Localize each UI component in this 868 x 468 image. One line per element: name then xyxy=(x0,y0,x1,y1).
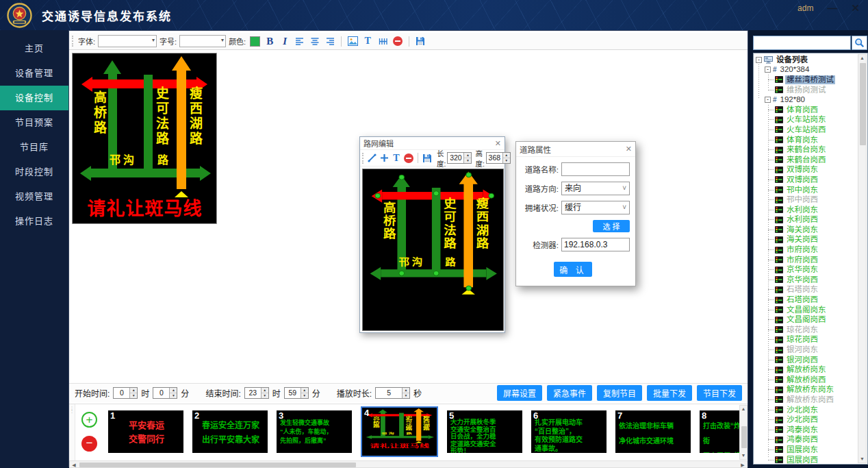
minimize-icon[interactable]: — xyxy=(827,2,837,14)
end-hour-stepper[interactable]: 23▲▼ xyxy=(244,387,269,399)
control-point-dot[interactable] xyxy=(374,193,381,198)
tree-device[interactable]: 邗中岗东 xyxy=(754,185,867,195)
tree-device[interactable]: 沙北岗东 xyxy=(754,405,867,415)
program-thumbnail-5[interactable]: 5大力开展秋冬季交通安全整治百日会战，全力稳定道路交通安全形势！ xyxy=(447,410,522,453)
length-stepper[interactable]: 320▲▼ xyxy=(447,152,472,164)
strip-splitter[interactable]: ⋮⋮ xyxy=(69,404,75,462)
scrollbar-thumb[interactable] xyxy=(741,426,747,448)
tree-device[interactable]: 琼花岗东 xyxy=(754,325,867,335)
end-minute-stepper[interactable]: 59▲▼ xyxy=(284,387,309,399)
control-point-dot[interactable] xyxy=(433,270,439,275)
control-point-dot[interactable] xyxy=(465,285,472,291)
control-point-dot[interactable] xyxy=(398,174,405,180)
search-button[interactable] xyxy=(852,36,867,50)
duration-stepper[interactable]: 5▲▼ xyxy=(375,387,410,399)
text-tool-button[interactable]: T xyxy=(361,35,374,47)
scrollbar-thumb[interactable] xyxy=(79,463,356,467)
tree-device[interactable]: 解放桥岗西 xyxy=(754,375,867,385)
sidebar-item-program-plan[interactable]: 节目预案 xyxy=(0,110,68,135)
tree-device[interactable]: 京华岗东 xyxy=(754,264,867,275)
sidebar-item-program-library[interactable]: 节目库 xyxy=(0,135,68,160)
delete-button[interactable] xyxy=(403,153,414,164)
tree-device[interactable]: 石塔岗东 xyxy=(754,285,867,295)
close-icon[interactable]: ✕ xyxy=(495,139,501,148)
remove-program-button[interactable]: − xyxy=(81,436,97,452)
tree-device[interactable]: 鸿泰岗西 xyxy=(754,435,867,445)
tree-device[interactable]: 银河岗东 xyxy=(754,345,867,355)
tree-device[interactable]: 石塔岗西 xyxy=(754,295,867,305)
select-detector-button[interactable]: 选 择 xyxy=(593,220,630,232)
screen-preview[interactable]: 高桥路史可法路瘦西湖路邗沟路请礼让斑马线 xyxy=(72,53,217,224)
tree-device[interactable]: 解放桥岗东 xyxy=(754,365,867,375)
detector-input[interactable] xyxy=(561,238,630,251)
start-hour-stepper[interactable]: 0▲▼ xyxy=(113,387,138,399)
program-thumbnail-8[interactable]: 8打击改装“炸街严查严惩“机车 xyxy=(700,410,741,453)
sidebar-item-video-management[interactable]: 视频管理 xyxy=(0,184,68,209)
tree-device[interactable]: 体育岗西 xyxy=(754,105,867,115)
expand-collapse-icon[interactable]: - xyxy=(765,66,771,73)
font-select[interactable] xyxy=(98,35,157,47)
batch-send-button[interactable]: 批量下发 xyxy=(647,385,692,401)
tree-device[interactable]: 海关岗东 xyxy=(754,225,867,235)
scrollbar-thumb[interactable] xyxy=(860,63,866,145)
tree-device[interactable]: 鸿泰岗东 xyxy=(754,425,867,435)
font-size-select[interactable] xyxy=(179,35,226,47)
image-button[interactable] xyxy=(346,35,359,47)
copy-program-button[interactable]: 复制节目 xyxy=(597,385,642,401)
expand-collapse-icon[interactable]: - xyxy=(765,97,771,103)
current-user[interactable]: adm xyxy=(797,3,813,13)
tree-device[interactable]: 国展岗西 xyxy=(754,455,867,465)
sidebar-item-time-control[interactable]: 时段控制 xyxy=(0,160,68,184)
tree-device[interactable]: 京华岗西 xyxy=(754,275,867,285)
tree-device[interactable]: 海关岗西 xyxy=(754,235,867,245)
program-thumbnail-2[interactable]: 2春运安全连万家出行平安靠大家 xyxy=(192,410,268,453)
tree-device[interactable]: 解放桥东岗西 xyxy=(754,395,867,405)
close-icon[interactable]: ✕ xyxy=(851,2,860,14)
program-thumbnail-1[interactable]: 1平安春运交警同行 xyxy=(108,410,183,453)
add-program-button[interactable]: + xyxy=(81,412,97,428)
control-point-dot[interactable] xyxy=(433,190,439,196)
save-button[interactable] xyxy=(422,153,433,164)
scroll-left-icon[interactable]: ◀ xyxy=(71,463,77,468)
tree-group-192x80[interactable]: -#192*80 xyxy=(754,95,867,105)
emergency-event-button[interactable]: 紧急事件 xyxy=(547,385,592,401)
device-search-input[interactable] xyxy=(753,36,851,50)
grid-button[interactable] xyxy=(376,35,389,47)
tree-device[interactable]: 体育岗东 xyxy=(754,135,867,145)
scroll-down-icon[interactable]: ▼ xyxy=(858,456,866,462)
start-minute-stepper[interactable]: 0▲▼ xyxy=(153,387,177,399)
tree-device[interactable]: 火车站岗东 xyxy=(754,115,867,125)
tree-device[interactable]: 解放桥东岗东 xyxy=(754,385,867,395)
expand-collapse-icon[interactable]: - xyxy=(756,57,762,63)
tree-device[interactable]: 文昌阁岗西 xyxy=(754,315,867,325)
sidebar-item-device-management[interactable]: 设备管理 xyxy=(0,61,68,86)
tree-device[interactable]: 市府岗东 xyxy=(754,245,867,255)
tree-root-device-list[interactable]: -设备列表 xyxy=(754,55,867,65)
tree-device[interactable]: 维扬岗测试 xyxy=(754,85,867,95)
tree-group-320x384[interactable]: -#320*384 xyxy=(754,65,867,75)
tree-device[interactable]: 沙北岗西 xyxy=(754,415,867,425)
program-thumbnail-6[interactable]: 6扎实开展电动车“百日整治”，有效预防道路交通事故。 xyxy=(531,410,607,453)
program-send-button[interactable]: 节目下发 xyxy=(697,385,742,401)
tree-device[interactable]: 市府岗西 xyxy=(754,255,867,265)
program-thumbnail-7[interactable]: 7依法治理非标车辆净化城市交通环境 xyxy=(615,410,691,453)
align-center-button[interactable] xyxy=(309,35,321,47)
tree-device[interactable]: 来鹤台岗东 xyxy=(754,145,867,155)
tree-device[interactable]: 来鹤台岗西 xyxy=(754,155,867,165)
node-tool-button[interactable] xyxy=(379,153,390,164)
tree-device[interactable]: 文昌阁岗东 xyxy=(754,305,867,315)
tree-device[interactable]: 双博岗东 xyxy=(754,165,867,175)
delete-button[interactable] xyxy=(392,35,404,47)
tree-device[interactable]: 双博岗西 xyxy=(754,175,867,185)
control-point-dot[interactable] xyxy=(488,193,494,198)
road-direction-select[interactable]: 来向 xyxy=(561,182,630,195)
tree-device[interactable]: 邗中岗西 xyxy=(754,195,867,205)
strip-horizontal-scrollbar[interactable]: ◀ ▶ xyxy=(69,460,748,468)
italic-button[interactable]: I xyxy=(279,35,291,47)
align-left-button[interactable] xyxy=(294,35,306,47)
sidebar-item-device-control[interactable]: 设备控制 xyxy=(0,86,68,110)
scroll-up-icon[interactable]: ▲ xyxy=(740,406,747,412)
line-tool-button[interactable] xyxy=(366,153,377,164)
control-point-dot[interactable] xyxy=(465,172,472,177)
sidebar-item-home[interactable]: 主页 xyxy=(0,36,68,61)
